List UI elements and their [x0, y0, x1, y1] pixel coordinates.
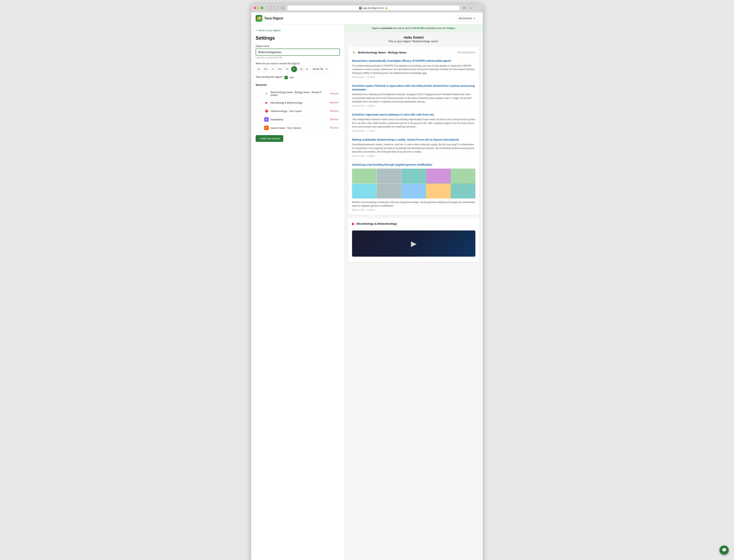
chat-button[interactable]: 💬 [719, 545, 729, 555]
minimize-button[interactable] [257, 7, 260, 9]
schedule-group: When do you want to receive this digest?… [256, 62, 340, 72]
day-btn-we[interactable]: We [277, 66, 283, 72]
article-date-4: 25 Apr 14:56 [352, 155, 364, 157]
back-arrow-icon: ↩ [256, 29, 258, 32]
day-btn-sa[interactable]: Sa [298, 66, 304, 72]
remove-btn-4[interactable]: Remove [329, 117, 340, 121]
yt-thumbnail: ▶ [352, 230, 475, 257]
start-label: Start sending this digest? [256, 76, 283, 78]
article-title-1[interactable]: Researchers systematically investigate e… [352, 59, 475, 63]
img-cell-3 [401, 169, 426, 183]
drag-handle-4[interactable]: ⋮⋮ [256, 118, 262, 121]
drag-handle-5[interactable]: ⋮⋮ [256, 126, 262, 129]
newsletter-icon-4: N [264, 117, 269, 122]
article-item-1: Researchers systematically investigate e… [352, 59, 475, 81]
drag-handle-1[interactable]: ⋮⋮ [256, 92, 262, 95]
article-item-2: Scientists replace fishmeal in aquacultu… [352, 84, 475, 110]
separator-4: | [365, 155, 366, 157]
source-item-newsletter: ⋮⋮ N Newsletters Remove [256, 115, 340, 124]
share-btn-1[interactable]: ⬆ Share [367, 76, 375, 78]
img-cell-2 [377, 169, 401, 183]
address-bar[interactable]: 🌮 app.tacodigest.com 🔒 [287, 6, 460, 10]
article-body-5: Modern crop breeding is entering a new e… [352, 200, 475, 208]
rss-feed-icon [352, 50, 356, 54]
youtube-icon-2: ▶ [264, 100, 269, 105]
article-title-4[interactable]: Making sustainable biotechnology a reali… [352, 138, 475, 142]
yt-play-icon: ▶ [411, 239, 417, 248]
account-dropdown[interactable]: My Account ▼ [456, 15, 478, 21]
day-btn-fr[interactable]: Fr [291, 66, 297, 72]
article-body-1: The antimicrobial potential of CRISPR-Ca… [352, 64, 475, 75]
tabs-icon[interactable]: ⬜ [475, 6, 480, 10]
back-to-digests-link[interactable]: ↩ Back to your digests [256, 29, 340, 32]
source-name-1: Biotechnology News - Biology News - Rece… [271, 91, 327, 96]
add-source-button[interactable]: + Add new source [256, 135, 283, 142]
img-cell-9 [426, 184, 450, 199]
card-source-url: www.physorg.com [457, 51, 475, 54]
day-btn-tu[interactable]: Tu [270, 66, 276, 72]
img-cell-7 [377, 184, 401, 199]
close-button[interactable] [254, 7, 256, 9]
share-btn-5[interactable]: ⬆ Share [367, 209, 375, 211]
remove-btn-5[interactable]: Remove [329, 126, 340, 130]
share-icon[interactable]: ⬆ [461, 6, 467, 10]
new-tab-icon[interactable]: + [468, 6, 473, 10]
day-selector: Su Mo Tu We Th Fr Sa at 05:00 PM [256, 66, 340, 72]
article-title-2[interactable]: Scientists replace fishmeal in aquacultu… [352, 84, 475, 91]
day-btn-su[interactable]: Su [256, 66, 262, 72]
share-btn-4[interactable]: ⬆ Share [367, 155, 375, 157]
banner-day: on Fridays. [443, 27, 455, 30]
day-btn-mo[interactable]: Mo [263, 66, 269, 72]
remove-btn-1[interactable]: Remove [329, 92, 340, 96]
right-panel: Digest is activated and will be sent at … [345, 24, 483, 560]
youtube-icon: ▶ [352, 222, 355, 226]
article-title-5[interactable]: Advancing crop breeding through targeted… [352, 163, 475, 167]
article-body-2: Scientists from Nanyang Technological Un… [352, 93, 475, 104]
share-btn-3[interactable]: ⬆ Share [367, 130, 375, 132]
banner-text-before: Digest is [372, 27, 382, 30]
article-title-3[interactable]: Scientists regenerate neural pathways in… [352, 113, 475, 117]
banner-activated: activated [382, 27, 392, 30]
forward-button[interactable]: ‹ [280, 6, 285, 10]
article-meta-1: 25 Apr 20:28 | ⬆ Share [352, 76, 475, 78]
card-source-header: Biotechnology News - Biology News www.ph… [352, 50, 475, 56]
separator-5: | [365, 209, 366, 211]
day-btn-th[interactable]: Th [284, 66, 290, 72]
remove-btn-2[interactable]: Remove [329, 101, 340, 105]
article-item-3: Scientists regenerate neural pathways in… [352, 113, 475, 135]
drag-handle-2[interactable]: ⋮⋮ [256, 101, 262, 104]
article-item-5: Advancing crop breeding through targeted… [352, 163, 475, 211]
yt-card-header: ▶ Microbiology & Biotechnology [352, 222, 475, 228]
img-cell-8 [401, 184, 426, 199]
main-layout: ↩ Back to your digests Settings Digest n… [251, 24, 483, 560]
source-item-rss: ⋮⋮ Biotechnology News - Biology News - R… [256, 89, 340, 99]
rss-icon-1 [264, 91, 269, 96]
reddit-icon-3: 🔴 [264, 109, 269, 113]
last-sent-text: Last sent at 12 Apr 05:01 PM [256, 56, 340, 59]
tab-icon[interactable]: ⬜ [274, 6, 279, 10]
time-select[interactable]: 05:00 PM [310, 66, 328, 72]
share-btn-2[interactable]: ⬆ Share [367, 105, 375, 107]
start-digest-row: Start sending this digest? ✓ Yes! [256, 76, 340, 79]
digest-name-input[interactable] [256, 49, 340, 56]
source-name-4: Newsletters [271, 118, 327, 121]
img-cell-10 [451, 184, 475, 199]
back-button[interactable]: ⬜ [267, 6, 272, 10]
app-content: 🌮 Taco Digest My Account ▼ ↩ Back to you… [251, 12, 483, 560]
article-meta-4: 25 Apr 14:56 | ⬆ Share [352, 155, 475, 157]
browser-nav: ⬜ ⬜ ‹ [267, 6, 285, 10]
browser-toolbar: ⬜ ⬜ ‹ 🌮 app.tacodigest.com 🔒 ⬆ + ⬜ [251, 4, 483, 12]
yes-checkbox[interactable]: ✓ [285, 76, 288, 79]
drag-handle-3[interactable]: ⋮⋮ [256, 110, 262, 113]
maximize-button[interactable] [261, 7, 263, 9]
digest-banner: Digest is activated and will be sent at … [345, 24, 483, 32]
article-image-5 [352, 169, 475, 199]
article-date-3: 25 Apr 15:00 [352, 130, 364, 132]
account-label: My Account [459, 17, 472, 20]
remove-btn-3[interactable]: Remove [329, 109, 340, 113]
hn-icon-5: Y [264, 126, 269, 130]
separator-2: | [365, 105, 366, 107]
article-meta-2: 25 Apr 16:16 | ⬆ Share [352, 105, 475, 107]
browser-actions: ⬆ + ⬜ [461, 6, 480, 10]
traffic-lights [254, 7, 263, 9]
